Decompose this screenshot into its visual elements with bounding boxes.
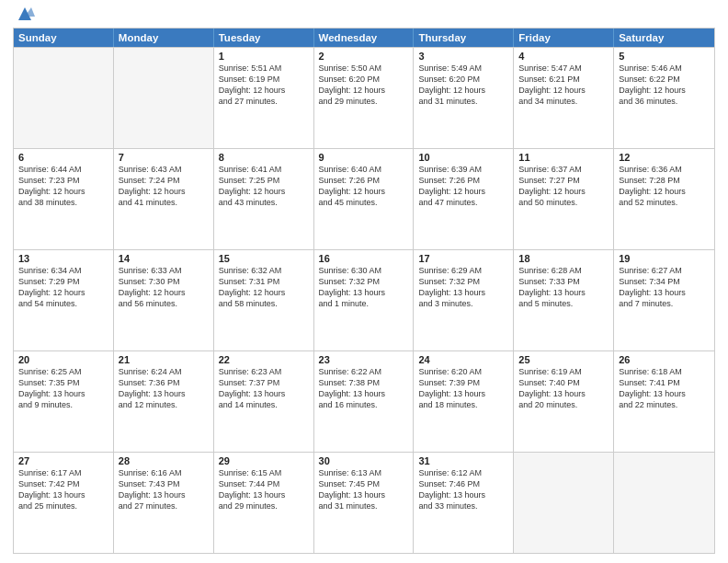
cell-text: Sunrise: 5:50 AM Sunset: 6:20 PM Dayligh… bbox=[319, 63, 409, 108]
day-number: 1 bbox=[219, 51, 309, 62]
day-number: 28 bbox=[119, 455, 209, 466]
page: SundayMondayTuesdayWednesdayThursdayFrid… bbox=[0, 0, 728, 563]
calendar-cell: 12Sunrise: 6:36 AM Sunset: 7:28 PM Dayli… bbox=[614, 149, 714, 249]
day-number: 13 bbox=[18, 253, 108, 264]
day-number: 5 bbox=[619, 51, 710, 62]
cell-text: Sunrise: 5:51 AM Sunset: 6:19 PM Dayligh… bbox=[219, 63, 309, 108]
day-number: 24 bbox=[418, 354, 508, 365]
calendar-cell: 24Sunrise: 6:20 AM Sunset: 7:39 PM Dayli… bbox=[414, 351, 514, 452]
day-number: 19 bbox=[619, 253, 710, 264]
cell-text: Sunrise: 6:16 AM Sunset: 7:43 PM Dayligh… bbox=[119, 467, 209, 512]
calendar-cell: 29Sunrise: 6:15 AM Sunset: 7:44 PM Dayli… bbox=[214, 453, 314, 553]
calendar-header-cell: Monday bbox=[114, 29, 214, 47]
calendar-cell: 30Sunrise: 6:13 AM Sunset: 7:45 PM Dayli… bbox=[314, 453, 415, 553]
day-number: 18 bbox=[518, 253, 609, 264]
cell-text: Sunrise: 6:39 AM Sunset: 7:26 PM Dayligh… bbox=[418, 164, 508, 209]
calendar-cell: 8Sunrise: 6:41 AM Sunset: 7:25 PM Daylig… bbox=[214, 149, 314, 249]
day-number: 29 bbox=[219, 455, 309, 466]
day-number: 3 bbox=[418, 51, 508, 62]
day-number: 10 bbox=[418, 152, 508, 163]
calendar-cell: 26Sunrise: 6:18 AM Sunset: 7:41 PM Dayli… bbox=[614, 351, 714, 452]
day-number: 25 bbox=[518, 354, 609, 365]
cell-text: Sunrise: 6:24 AM Sunset: 7:36 PM Dayligh… bbox=[119, 366, 209, 411]
calendar-cell: 7Sunrise: 6:43 AM Sunset: 7:24 PM Daylig… bbox=[114, 149, 214, 249]
calendar-header-cell: Wednesday bbox=[314, 29, 415, 47]
calendar-cell: 19Sunrise: 6:27 AM Sunset: 7:34 PM Dayli… bbox=[614, 250, 714, 350]
calendar-cell bbox=[614, 453, 714, 553]
cell-text: Sunrise: 6:18 AM Sunset: 7:41 PM Dayligh… bbox=[619, 366, 710, 411]
cell-text: Sunrise: 5:47 AM Sunset: 6:21 PM Dayligh… bbox=[518, 63, 609, 108]
calendar-cell bbox=[514, 453, 614, 553]
calendar-cell: 20Sunrise: 6:25 AM Sunset: 7:35 PM Dayli… bbox=[14, 351, 114, 452]
calendar-header-cell: Saturday bbox=[614, 29, 714, 47]
calendar-header: SundayMondayTuesdayWednesdayThursdayFrid… bbox=[14, 29, 714, 47]
logo-icon bbox=[15, 4, 35, 24]
cell-text: Sunrise: 6:40 AM Sunset: 7:26 PM Dayligh… bbox=[319, 164, 409, 209]
cell-text: Sunrise: 6:29 AM Sunset: 7:32 PM Dayligh… bbox=[418, 265, 508, 310]
calendar-cell bbox=[114, 48, 214, 148]
cell-text: Sunrise: 6:19 AM Sunset: 7:40 PM Dayligh… bbox=[518, 366, 609, 411]
cell-text: Sunrise: 6:17 AM Sunset: 7:42 PM Dayligh… bbox=[18, 467, 108, 512]
calendar-cell: 27Sunrise: 6:17 AM Sunset: 7:42 PM Dayli… bbox=[14, 453, 114, 553]
calendar-cell: 10Sunrise: 6:39 AM Sunset: 7:26 PM Dayli… bbox=[414, 149, 514, 249]
day-number: 15 bbox=[219, 253, 309, 264]
header bbox=[13, 9, 715, 24]
day-number: 12 bbox=[619, 152, 710, 163]
day-number: 23 bbox=[319, 354, 409, 365]
day-number: 4 bbox=[518, 51, 609, 62]
calendar-cell: 28Sunrise: 6:16 AM Sunset: 7:43 PM Dayli… bbox=[114, 453, 214, 553]
calendar-row: 1Sunrise: 5:51 AM Sunset: 6:19 PM Daylig… bbox=[14, 47, 714, 148]
calendar-cell: 18Sunrise: 6:28 AM Sunset: 7:33 PM Dayli… bbox=[514, 250, 614, 350]
cell-text: Sunrise: 6:41 AM Sunset: 7:25 PM Dayligh… bbox=[219, 164, 309, 209]
calendar-cell: 6Sunrise: 6:44 AM Sunset: 7:23 PM Daylig… bbox=[14, 149, 114, 249]
day-number: 27 bbox=[18, 455, 108, 466]
calendar-body: 1Sunrise: 5:51 AM Sunset: 6:19 PM Daylig… bbox=[14, 47, 714, 553]
calendar-cell: 2Sunrise: 5:50 AM Sunset: 6:20 PM Daylig… bbox=[314, 48, 415, 148]
logo bbox=[13, 11, 35, 24]
calendar-row: 6Sunrise: 6:44 AM Sunset: 7:23 PM Daylig… bbox=[14, 148, 714, 249]
calendar-cell: 11Sunrise: 6:37 AM Sunset: 7:27 PM Dayli… bbox=[514, 149, 614, 249]
calendar-cell: 1Sunrise: 5:51 AM Sunset: 6:19 PM Daylig… bbox=[214, 48, 314, 148]
cell-text: Sunrise: 5:49 AM Sunset: 6:20 PM Dayligh… bbox=[418, 63, 508, 108]
calendar-cell: 22Sunrise: 6:23 AM Sunset: 7:37 PM Dayli… bbox=[214, 351, 314, 452]
calendar-header-cell: Thursday bbox=[414, 29, 514, 47]
cell-text: Sunrise: 6:22 AM Sunset: 7:38 PM Dayligh… bbox=[319, 366, 409, 411]
day-number: 21 bbox=[119, 354, 209, 365]
day-number: 26 bbox=[619, 354, 710, 365]
cell-text: Sunrise: 6:27 AM Sunset: 7:34 PM Dayligh… bbox=[619, 265, 710, 310]
cell-text: Sunrise: 6:28 AM Sunset: 7:33 PM Dayligh… bbox=[518, 265, 609, 310]
cell-text: Sunrise: 5:46 AM Sunset: 6:22 PM Dayligh… bbox=[619, 63, 710, 108]
calendar-header-cell: Sunday bbox=[14, 29, 114, 47]
cell-text: Sunrise: 6:15 AM Sunset: 7:44 PM Dayligh… bbox=[219, 467, 309, 512]
calendar-row: 13Sunrise: 6:34 AM Sunset: 7:29 PM Dayli… bbox=[14, 249, 714, 350]
day-number: 11 bbox=[518, 152, 609, 163]
day-number: 8 bbox=[219, 152, 309, 163]
cell-text: Sunrise: 6:12 AM Sunset: 7:46 PM Dayligh… bbox=[418, 467, 508, 512]
cell-text: Sunrise: 6:43 AM Sunset: 7:24 PM Dayligh… bbox=[119, 164, 209, 209]
day-number: 17 bbox=[418, 253, 508, 264]
cell-text: Sunrise: 6:13 AM Sunset: 7:45 PM Dayligh… bbox=[319, 467, 409, 512]
day-number: 16 bbox=[319, 253, 409, 264]
calendar-cell: 15Sunrise: 6:32 AM Sunset: 7:31 PM Dayli… bbox=[214, 250, 314, 350]
calendar-cell: 14Sunrise: 6:33 AM Sunset: 7:30 PM Dayli… bbox=[114, 250, 214, 350]
calendar-header-cell: Friday bbox=[514, 29, 614, 47]
calendar-cell: 23Sunrise: 6:22 AM Sunset: 7:38 PM Dayli… bbox=[314, 351, 415, 452]
cell-text: Sunrise: 6:44 AM Sunset: 7:23 PM Dayligh… bbox=[18, 164, 108, 209]
day-number: 22 bbox=[219, 354, 309, 365]
calendar-row: 27Sunrise: 6:17 AM Sunset: 7:42 PM Dayli… bbox=[14, 452, 714, 553]
calendar-cell: 5Sunrise: 5:46 AM Sunset: 6:22 PM Daylig… bbox=[614, 48, 714, 148]
calendar-cell: 31Sunrise: 6:12 AM Sunset: 7:46 PM Dayli… bbox=[414, 453, 514, 553]
day-number: 7 bbox=[119, 152, 209, 163]
calendar-cell: 13Sunrise: 6:34 AM Sunset: 7:29 PM Dayli… bbox=[14, 250, 114, 350]
cell-text: Sunrise: 6:34 AM Sunset: 7:29 PM Dayligh… bbox=[18, 265, 108, 310]
cell-text: Sunrise: 6:33 AM Sunset: 7:30 PM Dayligh… bbox=[119, 265, 209, 310]
cell-text: Sunrise: 6:37 AM Sunset: 7:27 PM Dayligh… bbox=[518, 164, 609, 209]
calendar-cell: 17Sunrise: 6:29 AM Sunset: 7:32 PM Dayli… bbox=[414, 250, 514, 350]
calendar-cell: 9Sunrise: 6:40 AM Sunset: 7:26 PM Daylig… bbox=[314, 149, 415, 249]
calendar-cell: 16Sunrise: 6:30 AM Sunset: 7:32 PM Dayli… bbox=[314, 250, 415, 350]
day-number: 6 bbox=[18, 152, 108, 163]
calendar-row: 20Sunrise: 6:25 AM Sunset: 7:35 PM Dayli… bbox=[14, 350, 714, 452]
day-number: 30 bbox=[319, 455, 409, 466]
calendar-cell: 4Sunrise: 5:47 AM Sunset: 6:21 PM Daylig… bbox=[514, 48, 614, 148]
cell-text: Sunrise: 6:36 AM Sunset: 7:28 PM Dayligh… bbox=[619, 164, 710, 209]
